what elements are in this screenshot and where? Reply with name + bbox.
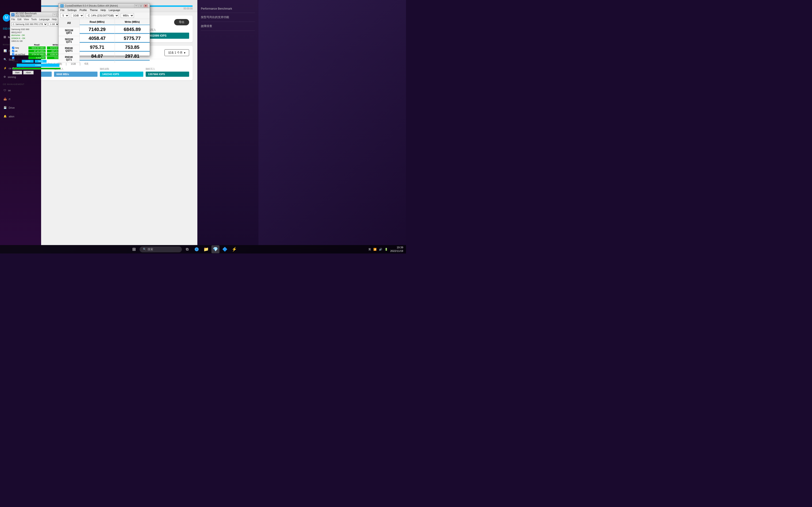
- asssd-menu-help[interactable]: Help: [52, 18, 57, 21]
- cdm-loops-select[interactable]: 5: [60, 13, 69, 18]
- cdm-all-btn[interactable]: All: [58, 19, 80, 27]
- taskbar-edge-icon[interactable]: [193, 245, 201, 253]
- asssd-logo-letter: A: [12, 14, 13, 16]
- right-panel-item-troubleshoot[interactable]: 故障排查: [201, 22, 255, 31]
- cdm-maximize-btn[interactable]: □: [139, 4, 143, 7]
- sidebar-item-secure-erase[interactable]: 🛡 se: [0, 86, 41, 95]
- asssd-drive-select[interactable]: C: Samsung SSD 990 PRO 2TB: [11, 22, 47, 26]
- cdm-close-btn[interactable]: ✕: [144, 4, 148, 7]
- cdm-menu-file[interactable]: File: [60, 9, 65, 11]
- asssd-drive-info: Samsung SSD 990 0B2QJXD7 stornvme - OK 1…: [11, 28, 65, 43]
- history-filter-btn[interactable]: 过去 1 个月 ▾: [164, 49, 189, 56]
- asssd-title-icon: A: [11, 13, 14, 16]
- asssd-progress: [12, 68, 61, 69]
- cdm-read-val-1: 4058.47: [80, 34, 115, 43]
- sidebar-item-export[interactable]: 📤 rt: [0, 95, 41, 103]
- asssd-label-4k: 4K: [11, 50, 28, 53]
- sidebar-item-drive[interactable]: 💾 Drive: [0, 103, 41, 112]
- cdm-menu-settings[interactable]: Settings: [67, 9, 77, 11]
- cdm-write-num-3: 297.81: [125, 54, 139, 59]
- asssd-check-seq[interactable]: [12, 47, 14, 49]
- perf-icon: 📊: [4, 49, 7, 52]
- cdm-menu-theme[interactable]: Theme: [90, 9, 98, 11]
- cdm-unit-select[interactable]: MB/s: [121, 13, 134, 18]
- cdm-label-seq1m-q8t1: SEQ1M Q8T1: [58, 27, 80, 36]
- cdm-menu-help[interactable]: Help: [101, 9, 106, 11]
- asssd-menu-view[interactable]: View: [24, 18, 29, 21]
- asssd-check-4k64[interactable]: [12, 53, 14, 56]
- cdm-label-seq1m-q1t1: SEQ1M Q1T1: [58, 36, 80, 45]
- metric-label-rnd-write: 随机写入: [146, 28, 189, 32]
- right-panel-item-support[interactable]: 按型号列出的支持功能: [201, 13, 255, 22]
- cdm-read-num-1: 4058.47: [89, 36, 105, 41]
- taskbar-tool-icon[interactable]: ⚡: [230, 245, 238, 253]
- speaker-icon: 🔊: [379, 248, 382, 251]
- system-tray: 英 📶 🔊 🔋 19:39 2022/11/19: [368, 246, 406, 253]
- wifi-icon: 📶: [373, 248, 376, 251]
- cdm-label-line1-1: SEQ1M: [65, 38, 73, 41]
- asssd-row-headers: Read: Write:: [11, 44, 65, 46]
- asssd-row-4k64: 4K-64Thrd 3754.92 MB/s 4189.98 MB/s: [11, 53, 65, 56]
- cdm-body: All SEQ1M Q8T1 SEQ1M Q1T1 RND4K Q32T1 RN…: [58, 19, 150, 63]
- taskbar-magician-icon[interactable]: 💎: [211, 245, 219, 253]
- cdm-label-rnd4k-q32t1: RND4K Q32T1: [58, 45, 80, 54]
- asssd-results-table: Read: Write: Seq 5830.60 MB/s 5473.60 MB…: [11, 44, 65, 59]
- asssd-menu-tools[interactable]: Tools: [31, 18, 37, 21]
- asssd-minimize-btn[interactable]: ─: [53, 13, 56, 16]
- asssd-driver: stornvme - OK: [11, 34, 65, 37]
- battery-icon: 🔋: [385, 248, 388, 251]
- cdm-drive-select[interactable]: C: 14% (231/1677GiB): [86, 13, 119, 18]
- asssd-abort-btn[interactable]: Abort: [23, 71, 34, 74]
- cdm-label-line2-2: Q32T1: [65, 50, 72, 52]
- taskbar: ⊞ 🔍 搜索 ⧉ 📁 💎 🔷 ⚡ 英 📶 🔊 🔋 19:39 2022/11/1…: [0, 245, 406, 253]
- cdm-label-line2-3: Q1T1: [66, 58, 72, 61]
- cdm-minimize-btn[interactable]: ─: [134, 4, 138, 7]
- asssd-menu-file[interactable]: File: [11, 18, 15, 21]
- right-panel-item-perf[interactable]: Performance Benchmark: [201, 5, 255, 13]
- asssd-check-acctime[interactable]: [12, 57, 14, 59]
- cdm-label-line1-0: SEQ1M: [65, 29, 73, 32]
- asssd-label-seq: Seq: [11, 46, 28, 50]
- asssd-capacity-select[interactable]: 1 GB: [49, 22, 59, 26]
- asssd-row-seq: Seq 5830.60 MB/s 5473.60 MB/s: [11, 46, 65, 50]
- cdm-title-text: CrystalDiskMark 8.0.4 Shizuku Edition x6…: [65, 4, 134, 7]
- sidebar-item-notification[interactable]: 🔔 ation: [0, 112, 41, 121]
- asssd-menu-edit[interactable]: Edit: [17, 18, 21, 21]
- asssd-body: Samsung SSD 990 0B2QJXD7 stornvme - OK 1…: [10, 27, 66, 76]
- taskbar-explorer-icon[interactable]: 📁: [202, 245, 210, 253]
- asssd-col-label: [11, 44, 28, 46]
- cdm-label-line1-2: RND4K: [65, 47, 73, 50]
- asssd-score-write: 5025: [35, 60, 47, 63]
- start-button[interactable]: ⊞: [130, 245, 138, 253]
- metric-val-rnd-write: 1402099 IOPS: [146, 33, 189, 39]
- clock-time: 19:39: [390, 246, 403, 249]
- cdm-size-select[interactable]: 1GiB: [71, 13, 84, 18]
- cdm-write-num-1: 5775.77: [124, 36, 141, 41]
- export-result-btn[interactable]: 导出: [174, 19, 189, 25]
- asssd-menu-language[interactable]: Language: [39, 18, 50, 21]
- taskbar-samsung-icon[interactable]: 🔷: [221, 245, 229, 253]
- asssd-start-btn[interactable]: Start: [12, 71, 22, 74]
- cdm-window: C CrystalDiskMark 8.0.4 Shizuku Edition …: [58, 3, 150, 56]
- asssd-check-4k[interactable]: [12, 50, 14, 52]
- cdm-write-val-1: 5775.77: [115, 34, 150, 43]
- tray-ime: 英: [368, 247, 371, 251]
- cdm-logo-icon: C: [60, 4, 64, 7]
- cdm-menu-profile[interactable]: Profile: [80, 9, 87, 11]
- asssd-access: 103424 K - OK: [11, 37, 65, 40]
- cdm-read-val-3: 84.07: [80, 52, 115, 61]
- cdm-write-col: Write (MB/s) 6845.89 5775.77 753.85 297.…: [115, 19, 150, 63]
- asssd-bottom-btns: Start Abort: [11, 70, 65, 75]
- scan-icon: 🔍: [4, 58, 7, 61]
- timer-remaining: 00:00:00: [184, 7, 193, 10]
- search-bar[interactable]: 🔍 搜索: [140, 246, 182, 252]
- cdm-read-val-2: 975.71: [80, 43, 115, 52]
- asssd-seq-read: 5830.60 MB/s: [29, 47, 46, 49]
- taskview-btn[interactable]: ⧉: [183, 245, 191, 253]
- cdm-menu-language[interactable]: Language: [109, 9, 120, 11]
- cdm-label-line2-0: Q8T1: [66, 32, 72, 34]
- asssd-toolbar: C: Samsung SSD 990 PRO 2TB 1 GB: [10, 21, 66, 27]
- prov-icon: ⚙: [4, 75, 6, 78]
- cdm-window-btns: ─ □ ✕: [134, 4, 148, 7]
- cdm-write-val-0: 6845.89: [115, 25, 150, 34]
